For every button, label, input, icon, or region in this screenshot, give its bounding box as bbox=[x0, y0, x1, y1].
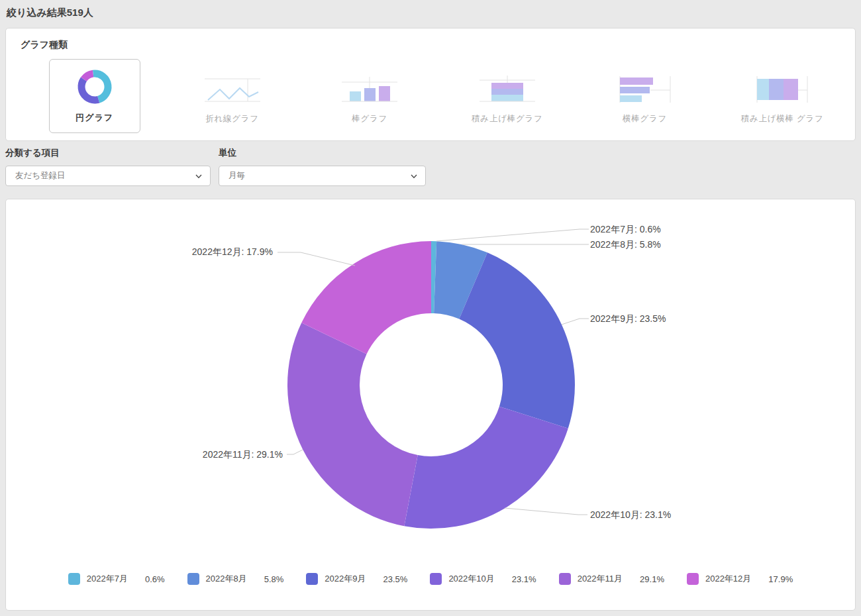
legend-value: 23.5% bbox=[383, 574, 408, 584]
legend-item-2022年8月[interactable]: 2022年8月5.8% bbox=[187, 573, 284, 585]
pie-slice-2022年9月[interactable] bbox=[459, 252, 575, 428]
legend-swatch bbox=[187, 573, 199, 585]
chart-type-label: 折れ線グラフ bbox=[205, 113, 259, 125]
chart-type-label: 積み上げ横棒 グラフ bbox=[741, 113, 824, 125]
legend-label: 2022年12月 bbox=[705, 573, 751, 585]
filter-controls: 分類する項目 友だち登録日 単位 月毎 bbox=[5, 147, 426, 186]
legend-item-2022年10月[interactable]: 2022年10月23.1% bbox=[430, 573, 536, 585]
line-chart-icon bbox=[199, 72, 266, 107]
legend-label: 2022年10月 bbox=[448, 573, 494, 585]
category-select[interactable]: 友だち登録日 bbox=[5, 166, 211, 186]
chart-legend: 2022年7月0.6%2022年8月5.8%2022年9月23.5%2022年1… bbox=[6, 573, 855, 585]
legend-item-2022年11月[interactable]: 2022年11月29.1% bbox=[559, 573, 664, 585]
chart-type-label: 積み上げ棒グラフ bbox=[472, 113, 542, 125]
chart-type-label: 棒グラフ bbox=[352, 113, 387, 125]
legend-swatch bbox=[430, 573, 442, 585]
legend-item-2022年12月[interactable]: 2022年12月17.9% bbox=[687, 573, 793, 585]
pie-slice-2022年11月[interactable] bbox=[287, 323, 418, 526]
bar-chart-icon bbox=[336, 72, 403, 107]
chart-type-option-pie[interactable]: 円グラフ bbox=[49, 59, 140, 133]
legend-value: 5.8% bbox=[264, 574, 284, 584]
horizontal-bar-chart-icon bbox=[612, 72, 678, 107]
legend-label: 2022年11月 bbox=[578, 573, 623, 585]
legend-value: 0.6% bbox=[145, 574, 165, 584]
slice-label-2022年8月: 2022年8月: 5.8% bbox=[590, 239, 661, 251]
slice-label-2022年11月: 2022年11月: 29.1% bbox=[203, 449, 283, 461]
chart-type-label: 円グラフ bbox=[76, 112, 113, 124]
pie-slice-2022年10月[interactable] bbox=[404, 407, 568, 529]
chart-type-option-bar[interactable]: 棒グラフ bbox=[336, 59, 403, 125]
chart-type-panel: グラフ種類 円グラフ 折れ線グラフ bbox=[5, 28, 856, 141]
chart-type-option-stacked-bar[interactable]: 積み上げ棒グラフ bbox=[472, 59, 542, 125]
legend-swatch bbox=[687, 573, 699, 585]
stacked-bar-chart-icon bbox=[474, 72, 540, 107]
legend-value: 29.1% bbox=[640, 574, 664, 584]
stacked-horizontal-bar-chart-icon bbox=[749, 72, 815, 107]
legend-item-2022年7月[interactable]: 2022年7月0.6% bbox=[68, 573, 165, 585]
legend-label: 2022年7月 bbox=[87, 573, 128, 585]
pie-chart-icon bbox=[76, 68, 113, 105]
chart-type-section-title: グラフ種類 bbox=[21, 39, 68, 51]
callout-line-2022年10月 bbox=[505, 508, 587, 515]
legend-swatch bbox=[68, 573, 80, 585]
donut-chart bbox=[6, 199, 856, 611]
callout-line-2022年9月 bbox=[562, 319, 589, 325]
slice-label-2022年7月: 2022年7月: 0.6% bbox=[590, 224, 661, 236]
chart-type-label: 横棒グラフ bbox=[623, 113, 667, 125]
legend-label: 2022年8月 bbox=[206, 573, 247, 585]
legend-value: 23.1% bbox=[512, 574, 536, 584]
legend-label: 2022年9月 bbox=[325, 573, 366, 585]
legend-value: 17.9% bbox=[768, 574, 793, 584]
callout-line-2022年12月 bbox=[278, 252, 355, 266]
callout-line-2022年7月 bbox=[436, 229, 589, 241]
unit-select-value: 月毎 bbox=[228, 170, 245, 181]
slice-label-2022年10月: 2022年10月: 23.1% bbox=[590, 509, 671, 521]
callout-line-2022年11月 bbox=[287, 450, 303, 454]
legend-swatch bbox=[559, 573, 571, 585]
chevron-down-icon bbox=[411, 173, 417, 180]
chart-type-option-hbar[interactable]: 横棒グラフ bbox=[612, 59, 678, 125]
chart-type-option-stacked-hbar[interactable]: 積み上げ横棒 グラフ bbox=[741, 59, 824, 125]
category-filter-label: 分類する項目 bbox=[5, 147, 211, 159]
legend-item-2022年9月[interactable]: 2022年9月23.5% bbox=[306, 573, 407, 585]
slice-label-2022年9月: 2022年9月: 23.5% bbox=[590, 313, 666, 325]
chart-type-option-line[interactable]: 折れ線グラフ bbox=[199, 59, 266, 125]
unit-select[interactable]: 月毎 bbox=[219, 166, 426, 186]
category-select-value: 友だち登録日 bbox=[15, 170, 66, 181]
results-count-title: 絞り込み結果519人 bbox=[7, 7, 93, 19]
pie-chart-panel: 2022年7月: 0.6%2022年8月: 5.8%2022年9月: 23.5%… bbox=[5, 199, 856, 611]
legend-swatch bbox=[306, 573, 318, 585]
chevron-down-icon bbox=[195, 173, 202, 180]
chart-type-options: 円グラフ 折れ線グラフ bbox=[26, 59, 851, 133]
slice-label-2022年12月: 2022年12月: 17.9% bbox=[192, 246, 273, 258]
unit-filter-label: 単位 bbox=[219, 147, 426, 159]
